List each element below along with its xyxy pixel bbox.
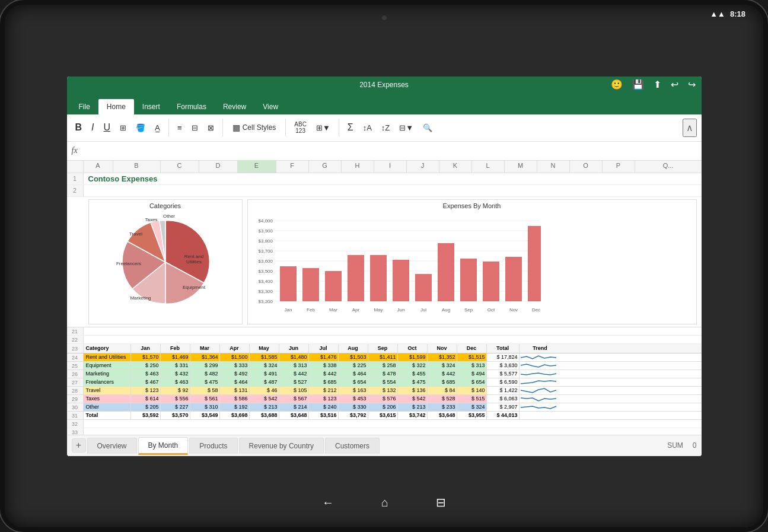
table-row: 30 Other $ 205 $ 227 $ 310 $ 192 $ 213 $… bbox=[67, 403, 702, 412]
svg-text:$3,300: $3,300 bbox=[258, 289, 273, 294]
bar-chart-title: Expenses By Month bbox=[250, 202, 694, 209]
svg-text:Travel: Travel bbox=[129, 231, 142, 237]
svg-rect-32 bbox=[415, 274, 432, 301]
table-row: 28 Travel $ 123 $ 92 $ 58 $ 131 $ 46 $ 1… bbox=[67, 387, 702, 395]
font-color-button[interactable]: A̲ bbox=[151, 122, 164, 134]
sum-label: SUM bbox=[667, 441, 683, 450]
svg-rect-35 bbox=[483, 262, 499, 301]
sort-az-button[interactable]: ↕A bbox=[359, 122, 375, 134]
add-sheet-button[interactable]: + bbox=[72, 438, 86, 453]
format-button[interactable]: ABC123 bbox=[291, 119, 310, 136]
svg-text:Equipment: Equipment bbox=[182, 285, 205, 290]
svg-rect-37 bbox=[528, 226, 541, 301]
svg-text:Jun: Jun bbox=[397, 307, 404, 313]
save-icon[interactable]: 💾 bbox=[632, 79, 644, 90]
table-row: 24 Rent and Utilities $1,570 $1,469 $1,3… bbox=[67, 353, 702, 362]
ribbon-tabs: File Home Insert Formulas Review View bbox=[67, 93, 702, 114]
svg-text:$3,900: $3,900 bbox=[258, 228, 273, 234]
sum-button[interactable]: Σ bbox=[344, 120, 357, 135]
svg-text:Jan: Jan bbox=[284, 307, 292, 313]
svg-text:Freelancers: Freelancers bbox=[116, 261, 141, 266]
recents-button[interactable]: ⊟ bbox=[436, 495, 446, 509]
svg-text:Apr: Apr bbox=[352, 307, 359, 313]
svg-text:Aug: Aug bbox=[441, 307, 450, 313]
tab-formulas[interactable]: Formulas bbox=[168, 99, 215, 114]
tab-review[interactable]: Review bbox=[215, 99, 254, 114]
wrap-text-button[interactable]: ⊠ bbox=[204, 122, 218, 134]
separator1 bbox=[168, 119, 169, 136]
svg-text:Jul: Jul bbox=[420, 307, 426, 313]
sum-value: 0 bbox=[693, 441, 697, 450]
tab-view[interactable]: View bbox=[254, 99, 286, 114]
svg-rect-28 bbox=[325, 271, 342, 301]
svg-text:Utilities: Utilities bbox=[186, 259, 202, 265]
time: 8:18 bbox=[730, 9, 745, 18]
svg-text:Other: Other bbox=[162, 214, 174, 219]
svg-text:Sep: Sep bbox=[464, 307, 473, 313]
svg-rect-36 bbox=[505, 257, 522, 301]
bar-chart: Expenses By Month $4,000 $3,900 $3,800 $… bbox=[247, 199, 697, 324]
pie-chart: Categories bbox=[88, 199, 243, 324]
underline-button[interactable]: U bbox=[100, 120, 114, 135]
data-table-header: 23 Category Jan Feb Mar Apr May Jun Jul … bbox=[67, 344, 702, 353]
table-row: 26 Marketing $ 463 $ 432 $ 482 $ 492 $ 4… bbox=[67, 370, 702, 378]
app-title: 2014 Expenses bbox=[359, 81, 409, 89]
pie-chart-svg: Rent and Utilities Equipment Marketing F… bbox=[106, 212, 225, 313]
tab-customers[interactable]: Customers bbox=[325, 438, 380, 454]
collapse-ribbon-button[interactable]: ∧ bbox=[683, 119, 697, 137]
separator2 bbox=[222, 119, 223, 136]
formula-bar: fx bbox=[67, 142, 702, 161]
tab-home[interactable]: Home bbox=[98, 99, 134, 114]
device: ▲▲ 8:18 2014 Expenses 🙂 💾 ⬆ ↩ ↪ File Hom… bbox=[0, 0, 768, 532]
svg-rect-30 bbox=[370, 255, 387, 301]
tab-revenue-by-country[interactable]: Revenue by Country bbox=[239, 438, 324, 454]
share-icon[interactable]: ⬆ bbox=[654, 79, 661, 90]
svg-rect-31 bbox=[393, 260, 409, 301]
svg-rect-33 bbox=[438, 243, 454, 301]
formula-fx-icon: fx bbox=[72, 146, 78, 155]
table-row: 31 Total $3,592 $3,570 $3,549 $3,698 $3,… bbox=[67, 412, 702, 420]
tab-file[interactable]: File bbox=[71, 99, 98, 114]
cell-styles-button[interactable]: ▦ Cell Styles bbox=[228, 121, 281, 134]
svg-rect-27 bbox=[302, 268, 319, 301]
table-row: 25 Equipment $ 250 $ 331 $ 299 $ 333 $ 3… bbox=[67, 362, 702, 370]
table-row: 27 Freelancers $ 467 $ 463 $ 475 $ 464 $… bbox=[67, 378, 702, 387]
tab-by-month[interactable]: By Month bbox=[138, 437, 189, 455]
bold-button[interactable]: B bbox=[72, 120, 86, 135]
ribbon-content: B I U ⊞ 🪣 A̲ ≡ ⊟ ⊠ ▦ Cell Styles ABC123 … bbox=[67, 114, 702, 142]
svg-text:Nov: Nov bbox=[509, 307, 517, 313]
svg-text:May: May bbox=[374, 307, 383, 313]
smiley-icon[interactable]: 🙂 bbox=[611, 79, 623, 90]
conditional-format-button[interactable]: ⊞▼ bbox=[313, 122, 334, 134]
svg-text:$4,000: $4,000 bbox=[258, 218, 273, 224]
tab-overview[interactable]: Overview bbox=[87, 438, 137, 454]
svg-text:Dec: Dec bbox=[531, 307, 540, 313]
svg-text:Marketing: Marketing bbox=[130, 295, 151, 301]
title-bar: 2014 Expenses 🙂 💾 ⬆ ↩ ↪ bbox=[67, 77, 702, 93]
title-bar-actions: 🙂 💾 ⬆ ↩ ↪ bbox=[611, 79, 696, 90]
filter-button[interactable]: ⊟▼ bbox=[396, 122, 417, 134]
home-button[interactable]: ⌂ bbox=[381, 496, 388, 509]
align-center-button[interactable]: ⊟ bbox=[188, 122, 202, 134]
tab-insert[interactable]: Insert bbox=[134, 99, 168, 114]
italic-button[interactable]: I bbox=[88, 120, 97, 135]
back-button[interactable]: ← bbox=[322, 496, 334, 509]
redo-icon[interactable]: ↪ bbox=[688, 79, 696, 90]
spreadsheet-area: A B C D E F G H I J K L M N O P Q... 1 bbox=[67, 161, 702, 435]
sort-za-button[interactable]: ↕Z bbox=[378, 122, 393, 134]
formula-input[interactable] bbox=[82, 146, 697, 155]
cell-styles-icon: ▦ bbox=[232, 123, 240, 132]
svg-text:$3,600: $3,600 bbox=[258, 259, 273, 264]
align-left-button[interactable]: ≡ bbox=[174, 122, 186, 134]
tab-products[interactable]: Products bbox=[189, 438, 237, 454]
bar-chart-svg: $4,000 $3,900 $3,800 $3,700 $3,600 $3,50… bbox=[250, 212, 541, 321]
wifi-icon: ▲▲ bbox=[710, 9, 725, 18]
fill-color-button[interactable]: 🪣 bbox=[132, 122, 149, 134]
undo-icon[interactable]: ↩ bbox=[671, 79, 678, 90]
svg-rect-34 bbox=[460, 259, 477, 301]
find-button[interactable]: 🔍 bbox=[419, 122, 436, 134]
svg-rect-26 bbox=[280, 266, 297, 301]
sheet-tabs: + Overview By Month Products Revenue by … bbox=[67, 435, 702, 456]
table-row: 29 Taxes $ 614 $ 556 $ 561 $ 586 $ 542 $… bbox=[67, 395, 702, 403]
borders-button[interactable]: ⊞ bbox=[116, 122, 130, 134]
